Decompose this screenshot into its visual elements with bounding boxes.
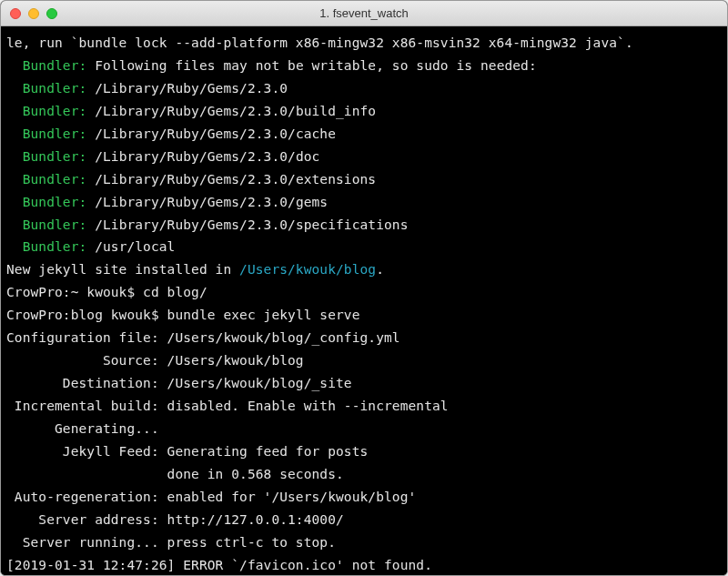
output-line: [2019-01-31 12:47:26] ERROR `/favicon.ic… xyxy=(6,554,722,575)
window-title: 1. fsevent_watch xyxy=(1,6,727,20)
bundler-label: Bundler: xyxy=(23,58,87,73)
output-line: Bundler: /Library/Ruby/Gems/2.3.0/doc xyxy=(6,146,722,168)
close-button[interactable] xyxy=(10,8,21,19)
shell-prompt: CrowPro:~ kwouk$ xyxy=(6,285,143,299)
terminal-output[interactable]: le, run `bundle lock --add-platform x86-… xyxy=(1,26,727,575)
output-line: Jekyll Feed: Generating feed for posts xyxy=(6,440,722,463)
maximize-button[interactable] xyxy=(46,8,57,19)
output-line: Generating... xyxy=(6,418,722,440)
bundler-label: Bundler: xyxy=(23,126,87,141)
output-line: Bundler: /usr/local xyxy=(6,236,722,258)
minimize-button[interactable] xyxy=(28,8,39,19)
output-line: Bundler: Following files may not be writ… xyxy=(6,55,722,77)
output-line: Destination: /Users/kwouk/blog/_site xyxy=(6,372,722,395)
command: bundle exec jekyll serve xyxy=(167,308,360,322)
bundler-label: Bundler: xyxy=(23,195,87,209)
prompt-line: CrowPro:blog kwouk$ bundle exec jekyll s… xyxy=(6,304,722,327)
traffic-lights xyxy=(1,8,57,19)
bundler-label: Bundler: xyxy=(23,149,87,164)
shell-prompt: CrowPro:blog kwouk$ xyxy=(6,308,167,322)
bundler-label: Bundler: xyxy=(23,104,87,118)
output-line: New jekyll site installed in /Users/kwou… xyxy=(6,258,722,281)
bundler-label: Bundler: xyxy=(23,172,87,187)
output-line: Source: /Users/kwouk/blog xyxy=(6,349,722,372)
output-line: Bundler: /Library/Ruby/Gems/2.3.0/cache xyxy=(6,123,722,146)
command: cd blog/ xyxy=(143,285,207,299)
bundler-label: Bundler: xyxy=(23,217,87,232)
bundler-label: Bundler: xyxy=(23,239,87,254)
bundler-label: Bundler: xyxy=(23,81,87,96)
output-line: Bundler: /Library/Ruby/Gems/2.3.0/extens… xyxy=(6,168,722,191)
output-line: Auto-regeneration: enabled for '/Users/k… xyxy=(6,486,722,509)
output-line: Bundler: /Library/Ruby/Gems/2.3.0 xyxy=(6,77,722,100)
output-line: le, run `bundle lock --add-platform x86-… xyxy=(6,32,722,55)
output-line: Configuration file: /Users/kwouk/blog/_c… xyxy=(6,327,722,349)
output-line: done in 0.568 seconds. xyxy=(6,463,722,486)
output-line: Bundler: /Library/Ruby/Gems/2.3.0/gems xyxy=(6,191,722,214)
install-path: /Users/kwouk/blog xyxy=(239,262,376,277)
terminal-window: 1. fsevent_watch le, run `bundle lock --… xyxy=(0,0,728,576)
titlebar: 1. fsevent_watch xyxy=(1,1,727,26)
output-line: Server running... press ctrl-c to stop. xyxy=(6,531,722,554)
prompt-line: CrowPro:~ kwouk$ cd blog/ xyxy=(6,281,722,304)
output-line: Incremental build: disabled. Enable with… xyxy=(6,395,722,418)
output-line: Bundler: /Library/Ruby/Gems/2.3.0/build_… xyxy=(6,100,722,123)
output-line: Bundler: /Library/Ruby/Gems/2.3.0/specif… xyxy=(6,214,722,237)
output-line: Server address: http://127.0.0.1:4000/ xyxy=(6,509,722,531)
